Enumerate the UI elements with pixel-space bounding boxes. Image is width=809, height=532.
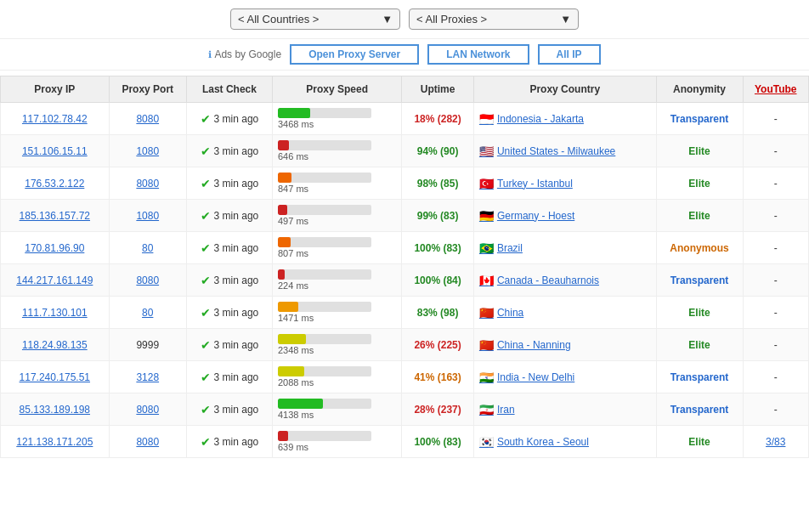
speed-bar-fill bbox=[278, 269, 285, 280]
speed-cell: 4138 ms bbox=[272, 393, 401, 426]
country-link[interactable]: 🇨🇳China bbox=[479, 306, 651, 320]
speed-bar-fill bbox=[278, 173, 292, 183]
check-icon: ✔ bbox=[201, 112, 211, 126]
table-header-row: Proxy IP Proxy Port Last Check Proxy Spe… bbox=[1, 76, 809, 103]
uptime-value: 100% (83) bbox=[414, 436, 461, 448]
country-name: Turkey - Istanbul bbox=[497, 178, 573, 190]
proxy-ip-link[interactable]: 117.102.78.42 bbox=[22, 113, 88, 125]
anonymity-value: Elite bbox=[688, 436, 710, 448]
country-cell: 🇧🇷Brazil bbox=[473, 232, 656, 264]
youtube-cell: - bbox=[743, 297, 809, 329]
proxy-port-link[interactable]: 8080 bbox=[136, 113, 159, 125]
anonymity-value: Elite bbox=[688, 178, 710, 190]
speed-bar-background bbox=[278, 205, 371, 215]
proxy-port-link[interactable]: 8080 bbox=[136, 274, 159, 286]
last-check-time: 3 min ago bbox=[214, 274, 259, 286]
speed-label: 4138 ms bbox=[278, 410, 314, 420]
country-link[interactable]: 🇧🇷Brazil bbox=[479, 241, 651, 255]
proxy-ip-link[interactable]: 117.240.175.51 bbox=[20, 371, 90, 383]
country-link[interactable]: 🇮🇩Indonesia - Jakarta bbox=[479, 112, 651, 126]
proxy-ip-link[interactable]: 111.7.130.101 bbox=[22, 307, 88, 319]
uptime-cell: 94% (90) bbox=[402, 135, 474, 167]
proxy-port-link[interactable]: 1080 bbox=[136, 210, 159, 222]
speed-cell: 807 ms bbox=[272, 232, 401, 264]
uptime-value: 26% (225) bbox=[414, 339, 461, 351]
proxy-table: Proxy IP Proxy Port Last Check Proxy Spe… bbox=[0, 76, 809, 458]
country-link[interactable]: 🇺🇸United States - Milwaukee bbox=[479, 144, 651, 158]
last-check-time: 3 min ago bbox=[214, 404, 259, 416]
country-link[interactable]: 🇮🇳India - New Delhi bbox=[479, 371, 651, 384]
proxy-ip-link[interactable]: 151.106.15.11 bbox=[22, 145, 88, 157]
proxy-ip-link[interactable]: 121.138.171.205 bbox=[16, 436, 93, 448]
speed-cell: 224 ms bbox=[272, 264, 401, 297]
country-link[interactable]: 🇰🇷South Korea - Seoul bbox=[479, 435, 651, 449]
speed-cell: 3468 ms bbox=[272, 103, 401, 135]
anonymity-cell: Elite bbox=[656, 200, 743, 232]
country-link[interactable]: 🇹🇷Turkey - Istanbul bbox=[479, 177, 651, 190]
last-check-cell: ✔3 min ago bbox=[192, 338, 267, 352]
proxy-port-link[interactable]: 80 bbox=[142, 307, 153, 319]
uptime-cell: 98% (85) bbox=[402, 167, 474, 200]
country-cell: 🇨🇳China bbox=[473, 297, 656, 329]
countries-dropdown[interactable]: < All Countries > ▼ bbox=[230, 8, 400, 30]
lan-network-button[interactable]: LAN Network bbox=[427, 44, 529, 65]
anonymity-cell: Elite bbox=[656, 167, 743, 200]
country-link[interactable]: 🇩🇪Germany - Hoest bbox=[479, 209, 651, 223]
country-name: India - New Delhi bbox=[497, 371, 574, 383]
open-proxy-server-button[interactable]: Open Proxy Server bbox=[290, 44, 419, 65]
proxy-port: 9999 bbox=[109, 329, 186, 361]
proxies-dropdown[interactable]: < All Proxies > ▼ bbox=[409, 8, 579, 30]
country-link[interactable]: 🇮🇷Iran bbox=[479, 403, 651, 416]
proxy-port-link[interactable]: 8080 bbox=[136, 178, 159, 190]
speed-bar-background bbox=[278, 140, 371, 150]
check-icon: ✔ bbox=[201, 338, 211, 352]
uptime-cell: 26% (225) bbox=[402, 329, 474, 361]
proxy-port-link[interactable]: 8080 bbox=[136, 436, 159, 448]
proxy-ip-link[interactable]: 170.81.96.90 bbox=[25, 242, 84, 254]
uptime-cell: 41% (163) bbox=[402, 361, 474, 393]
proxy-ip-link[interactable]: 85.133.189.198 bbox=[20, 404, 90, 416]
flag-icon: 🇨🇦 bbox=[479, 274, 494, 287]
col-last-check: Last Check bbox=[186, 76, 272, 103]
proxy-ip-link[interactable]: 176.53.2.122 bbox=[25, 178, 84, 190]
anonymity-value: Transparent bbox=[670, 371, 729, 383]
speed-bar-background bbox=[278, 366, 371, 376]
youtube-link[interactable]: 3/83 bbox=[766, 436, 785, 448]
country-cell: 🇩🇪Germany - Hoest bbox=[473, 200, 656, 232]
country-cell: 🇨🇳China - Nanning bbox=[473, 329, 656, 361]
proxy-ip-link[interactable]: 118.24.98.135 bbox=[22, 339, 88, 351]
speed-bar-fill bbox=[278, 334, 306, 344]
last-check-cell: ✔3 min ago bbox=[192, 144, 267, 158]
proxy-ip-link[interactable]: 144.217.161.149 bbox=[16, 274, 93, 286]
uptime-cell: 83% (98) bbox=[402, 297, 474, 329]
proxy-port-link[interactable]: 80 bbox=[142, 242, 153, 254]
last-check-cell: ✔3 min ago bbox=[192, 371, 267, 384]
speed-bar-background bbox=[278, 108, 371, 118]
speed-bar-container: 4138 ms bbox=[278, 399, 396, 420]
speed-bar-background bbox=[278, 334, 371, 344]
speed-label: 2348 ms bbox=[278, 345, 314, 355]
anonymity-cell: Transparent bbox=[656, 393, 743, 426]
check-icon: ✔ bbox=[201, 403, 211, 416]
anonymity-value: Transparent bbox=[670, 274, 729, 286]
country-cell: 🇹🇷Turkey - Istanbul bbox=[473, 167, 656, 200]
uptime-value: 83% (98) bbox=[417, 307, 459, 319]
proxy-port-link[interactable]: 3128 bbox=[136, 371, 159, 383]
country-link[interactable]: 🇨🇳China - Nanning bbox=[479, 338, 651, 352]
col-proxy-ip: Proxy IP bbox=[1, 76, 110, 103]
speed-cell: 2348 ms bbox=[272, 329, 401, 361]
speed-bar-container: 497 ms bbox=[278, 205, 396, 226]
speed-bar-container: 224 ms bbox=[278, 269, 396, 291]
proxy-ip-link[interactable]: 185.136.157.72 bbox=[20, 210, 90, 222]
anonymity-cell: Transparent bbox=[656, 361, 743, 393]
col-anonymity: Anonymity bbox=[656, 76, 743, 103]
all-ip-button[interactable]: All IP bbox=[538, 44, 601, 65]
anonymity-value: Elite bbox=[688, 145, 710, 157]
table-row: 144.217.161.1498080✔3 min ago 224 ms 100… bbox=[1, 264, 809, 297]
country-link[interactable]: 🇨🇦Canada - Beauharnois bbox=[479, 274, 651, 287]
anonymity-value: Anonymous bbox=[670, 242, 728, 254]
proxy-port-link[interactable]: 1080 bbox=[136, 145, 159, 157]
last-check-cell: ✔3 min ago bbox=[192, 177, 267, 190]
table-row: 111.7.130.10180✔3 min ago 1471 ms 83% (9… bbox=[1, 297, 809, 329]
proxy-port-link[interactable]: 8080 bbox=[136, 404, 159, 416]
